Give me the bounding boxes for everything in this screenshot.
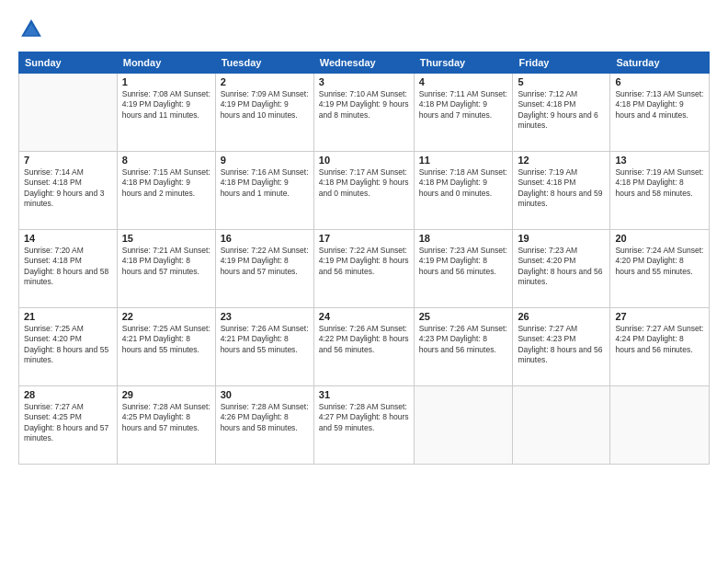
day-number: 10	[319, 155, 409, 166]
day-info: Sunrise: 7:13 AM Sunset: 4:18 PM Dayligh…	[615, 89, 704, 121]
day-number: 31	[319, 389, 409, 400]
day-info: Sunrise: 7:24 AM Sunset: 4:20 PM Dayligh…	[615, 246, 704, 277]
day-info: Sunrise: 7:17 AM Sunset: 4:18 PM Dayligh…	[319, 167, 409, 199]
day-number: 2	[221, 76, 309, 87]
day-cell: 19Sunrise: 7:23 AM Sunset: 4:20 PM Dayli…	[513, 230, 610, 308]
week-row: 21Sunrise: 7:25 AM Sunset: 4:20 PM Dayli…	[19, 308, 710, 386]
day-info: Sunrise: 7:15 AM Sunset: 4:18 PM Dayligh…	[122, 167, 210, 199]
day-info: Sunrise: 7:25 AM Sunset: 4:21 PM Dayligh…	[122, 324, 210, 355]
day-number: 17	[319, 233, 409, 244]
day-number: 23	[221, 311, 309, 322]
day-number: 6	[615, 76, 704, 87]
day-number: 3	[319, 76, 409, 87]
week-row: 14Sunrise: 7:20 AM Sunset: 4:18 PM Dayli…	[19, 230, 710, 308]
day-number: 30	[221, 389, 309, 400]
day-info: Sunrise: 7:27 AM Sunset: 4:25 PM Dayligh…	[24, 402, 112, 444]
weekday-header-cell: Thursday	[414, 52, 513, 74]
header	[18, 17, 710, 42]
day-cell: 25Sunrise: 7:26 AM Sunset: 4:23 PM Dayli…	[414, 308, 513, 386]
day-info: Sunrise: 7:19 AM Sunset: 4:18 PM Dayligh…	[518, 167, 605, 210]
weekday-header-cell: Wednesday	[313, 52, 414, 74]
day-cell: 13Sunrise: 7:19 AM Sunset: 4:18 PM Dayli…	[610, 152, 710, 230]
day-number: 25	[419, 311, 508, 322]
day-cell: 20Sunrise: 7:24 AM Sunset: 4:20 PM Dayli…	[610, 230, 710, 308]
day-cell: 15Sunrise: 7:21 AM Sunset: 4:18 PM Dayli…	[117, 230, 215, 308]
day-info: Sunrise: 7:10 AM Sunset: 4:19 PM Dayligh…	[319, 89, 409, 121]
weekday-header-cell: Saturday	[610, 52, 710, 74]
day-cell: 21Sunrise: 7:25 AM Sunset: 4:20 PM Dayli…	[19, 308, 118, 386]
weekday-header: SundayMondayTuesdayWednesdayThursdayFrid…	[19, 52, 710, 74]
day-cell: 4Sunrise: 7:11 AM Sunset: 4:18 PM Daylig…	[414, 74, 513, 152]
day-cell: 29Sunrise: 7:28 AM Sunset: 4:25 PM Dayli…	[117, 386, 215, 465]
day-info: Sunrise: 7:18 AM Sunset: 4:18 PM Dayligh…	[419, 167, 508, 199]
day-info: Sunrise: 7:26 AM Sunset: 4:23 PM Dayligh…	[419, 324, 508, 355]
day-cell: 23Sunrise: 7:26 AM Sunset: 4:21 PM Dayli…	[215, 308, 313, 386]
day-info: Sunrise: 7:27 AM Sunset: 4:23 PM Dayligh…	[518, 324, 605, 366]
day-cell: 7Sunrise: 7:14 AM Sunset: 4:18 PM Daylig…	[19, 152, 118, 230]
day-info: Sunrise: 7:28 AM Sunset: 4:27 PM Dayligh…	[319, 402, 409, 433]
day-info: Sunrise: 7:19 AM Sunset: 4:18 PM Dayligh…	[615, 167, 704, 199]
week-row: 28Sunrise: 7:27 AM Sunset: 4:25 PM Dayli…	[19, 386, 710, 465]
day-info: Sunrise: 7:21 AM Sunset: 4:18 PM Dayligh…	[122, 246, 210, 277]
day-number: 8	[122, 155, 210, 166]
day-info: Sunrise: 7:23 AM Sunset: 4:19 PM Dayligh…	[419, 246, 508, 277]
day-number: 7	[24, 155, 112, 166]
day-cell: 10Sunrise: 7:17 AM Sunset: 4:18 PM Dayli…	[313, 152, 414, 230]
day-info: Sunrise: 7:28 AM Sunset: 4:25 PM Dayligh…	[122, 402, 210, 433]
day-info: Sunrise: 7:11 AM Sunset: 4:18 PM Dayligh…	[419, 89, 508, 121]
day-cell: 18Sunrise: 7:23 AM Sunset: 4:19 PM Dayli…	[414, 230, 513, 308]
day-cell: 16Sunrise: 7:22 AM Sunset: 4:19 PM Dayli…	[215, 230, 313, 308]
day-cell: 12Sunrise: 7:19 AM Sunset: 4:18 PM Dayli…	[513, 152, 610, 230]
day-info: Sunrise: 7:16 AM Sunset: 4:18 PM Dayligh…	[221, 167, 309, 199]
day-number: 21	[24, 311, 112, 322]
day-number: 22	[122, 311, 210, 322]
weekday-header-cell: Sunday	[19, 52, 118, 74]
day-cell: 17Sunrise: 7:22 AM Sunset: 4:19 PM Dayli…	[313, 230, 414, 308]
day-number: 14	[24, 233, 112, 244]
week-row: 1Sunrise: 7:08 AM Sunset: 4:19 PM Daylig…	[19, 74, 710, 152]
day-number: 13	[615, 155, 704, 166]
day-info: Sunrise: 7:28 AM Sunset: 4:26 PM Dayligh…	[221, 402, 309, 433]
day-info: Sunrise: 7:26 AM Sunset: 4:21 PM Dayligh…	[221, 324, 309, 355]
day-number: 20	[615, 233, 704, 244]
day-cell: 5Sunrise: 7:12 AM Sunset: 4:18 PM Daylig…	[513, 74, 610, 152]
day-cell: 27Sunrise: 7:27 AM Sunset: 4:24 PM Dayli…	[610, 308, 710, 386]
day-number: 9	[221, 155, 309, 166]
day-number: 19	[518, 233, 605, 244]
week-row: 7Sunrise: 7:14 AM Sunset: 4:18 PM Daylig…	[19, 152, 710, 230]
day-number: 11	[419, 155, 508, 166]
day-cell: 11Sunrise: 7:18 AM Sunset: 4:18 PM Dayli…	[414, 152, 513, 230]
day-cell: 8Sunrise: 7:15 AM Sunset: 4:18 PM Daylig…	[117, 152, 215, 230]
day-info: Sunrise: 7:20 AM Sunset: 4:18 PM Dayligh…	[24, 246, 112, 288]
day-number: 12	[518, 155, 605, 166]
day-info: Sunrise: 7:25 AM Sunset: 4:20 PM Dayligh…	[24, 324, 112, 366]
day-cell: 2Sunrise: 7:09 AM Sunset: 4:19 PM Daylig…	[215, 74, 313, 152]
day-cell: 26Sunrise: 7:27 AM Sunset: 4:23 PM Dayli…	[513, 308, 610, 386]
day-cell: 6Sunrise: 7:13 AM Sunset: 4:18 PM Daylig…	[610, 74, 710, 152]
calendar-body: 1Sunrise: 7:08 AM Sunset: 4:19 PM Daylig…	[19, 74, 710, 465]
day-info: Sunrise: 7:22 AM Sunset: 4:19 PM Dayligh…	[319, 246, 409, 277]
day-cell	[513, 386, 610, 465]
day-number: 16	[221, 233, 309, 244]
day-number: 28	[24, 389, 112, 400]
day-number: 24	[319, 311, 409, 322]
weekday-header-cell: Tuesday	[215, 52, 313, 74]
day-cell: 3Sunrise: 7:10 AM Sunset: 4:19 PM Daylig…	[313, 74, 414, 152]
day-cell	[19, 74, 118, 152]
day-info: Sunrise: 7:08 AM Sunset: 4:19 PM Dayligh…	[122, 89, 210, 121]
calendar: SundayMondayTuesdayWednesdayThursdayFrid…	[18, 52, 710, 465]
day-cell: 28Sunrise: 7:27 AM Sunset: 4:25 PM Dayli…	[19, 386, 118, 465]
weekday-header-cell: Monday	[117, 52, 215, 74]
day-info: Sunrise: 7:27 AM Sunset: 4:24 PM Dayligh…	[615, 324, 704, 355]
day-info: Sunrise: 7:12 AM Sunset: 4:18 PM Dayligh…	[518, 89, 605, 132]
day-cell: 22Sunrise: 7:25 AM Sunset: 4:21 PM Dayli…	[117, 308, 215, 386]
day-number: 1	[122, 76, 210, 87]
day-cell: 31Sunrise: 7:28 AM Sunset: 4:27 PM Dayli…	[313, 386, 414, 465]
day-info: Sunrise: 7:26 AM Sunset: 4:22 PM Dayligh…	[319, 324, 409, 355]
logo	[18, 17, 46, 42]
day-cell	[414, 386, 513, 465]
day-cell: 9Sunrise: 7:16 AM Sunset: 4:18 PM Daylig…	[215, 152, 313, 230]
day-info: Sunrise: 7:09 AM Sunset: 4:19 PM Dayligh…	[221, 89, 309, 121]
day-number: 5	[518, 76, 605, 87]
day-info: Sunrise: 7:22 AM Sunset: 4:19 PM Dayligh…	[221, 246, 309, 277]
